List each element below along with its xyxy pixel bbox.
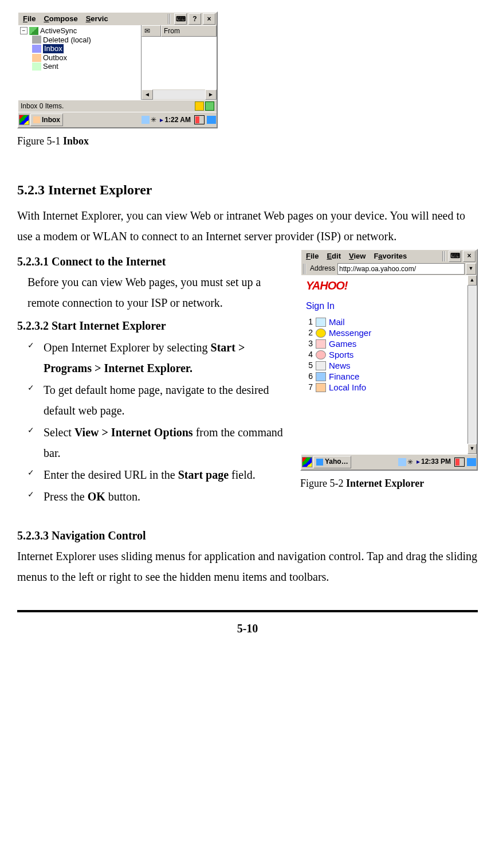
tree-root[interactable]: − ActiveSync [19, 26, 140, 36]
tray-conn-icon[interactable] [142, 116, 150, 124]
keyboard-icon[interactable]: ⌨ [174, 13, 187, 25]
scroll-track[interactable] [153, 90, 205, 99]
ie-keyboard-icon[interactable]: ⌨ [449, 251, 461, 262]
yahoo-logo: YAHOO! [306, 279, 472, 292]
footer-rule [17, 610, 478, 612]
taskbar-app-button[interactable]: Inbox [30, 114, 63, 126]
bullet-list: Open Internet Explorer by selecting Star… [17, 337, 286, 507]
section-heading: 5.2.3 Internet Explorer [17, 178, 478, 202]
tree-label-selected: Inbox [43, 44, 64, 53]
ie-menu-edit[interactable]: Edit [323, 251, 344, 262]
scroll-down-icon[interactable]: ▼ [467, 444, 477, 454]
status-text: Inbox 0 Items. [21, 102, 194, 110]
figure-2-caption: Figure 5-2 Internet Explorer [300, 474, 478, 492]
games-icon [316, 339, 326, 349]
taskbar-clock: 1:22 AM [164, 116, 191, 124]
scroll-left-icon[interactable]: ◄ [142, 89, 153, 100]
yahoo-link-item[interactable]: 3Games [306, 339, 472, 349]
ie-tray-battery-icon[interactable] [454, 458, 465, 467]
finance-icon [316, 372, 326, 381]
help-button[interactable]: ? [188, 13, 201, 25]
ie-tray-person-icon[interactable]: ✳ [407, 458, 415, 466]
ie-menu-favorites[interactable]: Favorites [370, 251, 410, 262]
status-icon-lock [195, 101, 204, 111]
status-icon-sync [205, 101, 214, 111]
ie-taskbar-clock: 12:33 PM [421, 458, 451, 466]
ie-menu-file[interactable]: File [302, 251, 322, 262]
menu-file[interactable]: File [19, 13, 39, 25]
ie-tray-desktop-icon[interactable] [467, 458, 476, 466]
sign-in-link[interactable]: Sign In [306, 300, 472, 311]
tree-label: Deleted (local) [43, 36, 91, 45]
tree-item-outbox[interactable]: Outbox [19, 53, 140, 62]
browser-viewport[interactable]: YAHOO! Sign In 1Mail 2Messenger 3Games 4… [301, 275, 477, 454]
subsection-3-title: 5.2.3.3 Navigation Control [17, 525, 478, 546]
tree-label: Sent [43, 62, 58, 71]
addr-grip[interactable] [303, 264, 307, 274]
address-label: Address [309, 264, 336, 272]
yahoo-link-item[interactable]: 4Sports [306, 350, 472, 360]
scroll-up-icon[interactable]: ▲ [467, 275, 477, 286]
close-button[interactable]: × [203, 13, 215, 25]
menu-grip[interactable] [168, 14, 171, 24]
menu-services[interactable]: Servic [82, 13, 112, 25]
subsection-1-body: Before you can view Web pages, you must … [17, 272, 286, 313]
ie-window: File Edit View Favorites ⌨ × Address ▼ Y [300, 249, 478, 471]
list-item: Select View > Internet Options from the … [28, 422, 286, 463]
vscroll-track[interactable] [467, 286, 477, 444]
inbox-menubar: File Compose Servic ⌨ ? × [18, 13, 217, 25]
yahoo-link-item[interactable]: 5News [306, 361, 472, 371]
list-item: Open Internet Explorer by selecting Star… [28, 337, 286, 378]
tree-label: Outbox [43, 53, 67, 62]
ie-menubar: File Edit View Favorites ⌨ × [301, 250, 477, 263]
tree-item-sent[interactable]: Sent [19, 62, 140, 71]
hscrollbar[interactable]: ◄ ► [142, 89, 217, 100]
ie-taskbar: Yaho… ✳ ▸ 12:33 PM [301, 454, 477, 470]
tree-item-deleted[interactable]: Deleted (local) [19, 36, 140, 45]
ie-task-icon [316, 459, 323, 466]
yahoo-link-item[interactable]: 2Messenger [306, 328, 472, 338]
ie-tray-conn-icon[interactable] [398, 458, 406, 466]
status-bar: Inbox 0 Items. [18, 100, 217, 112]
ie-taskbar-label: Yaho… [325, 458, 348, 466]
tray-battery-icon[interactable] [194, 115, 205, 124]
yahoo-link-item[interactable]: 6Finance [306, 372, 472, 382]
inbox-task-icon [33, 116, 40, 123]
ie-menu-view[interactable]: View [345, 251, 369, 262]
from-column[interactable]: From [161, 25, 217, 37]
inbox-folder-icon [32, 45, 41, 53]
ie-close-button[interactable]: × [463, 251, 476, 262]
folder-tree[interactable]: − ActiveSync Deleted (local) Inbox Outbo… [18, 25, 142, 100]
address-bar: Address ▼ [301, 263, 477, 275]
tray-desktop-icon[interactable] [207, 116, 216, 124]
list-header: ✉ From [142, 25, 217, 37]
scroll-right-icon[interactable]: ► [205, 89, 217, 100]
trash-icon [32, 36, 41, 44]
sent-folder-icon [32, 62, 41, 71]
yahoo-link-item[interactable]: 1Mail [306, 317, 472, 327]
list-item: Enter the desired URL in the Start page … [28, 464, 286, 485]
mail-icon [316, 318, 326, 327]
tray-person-icon[interactable]: ✳ [151, 116, 159, 124]
address-input[interactable] [337, 263, 465, 275]
ie-menu-grip[interactable] [442, 251, 446, 261]
ie-taskbar-app-button[interactable]: Yaho… [313, 456, 351, 468]
collapse-icon[interactable]: − [20, 27, 28, 34]
news-icon [316, 361, 326, 370]
menu-compose[interactable]: Compose [40, 13, 81, 25]
start-button[interactable] [19, 115, 29, 125]
local-info-icon [316, 383, 326, 392]
messenger-icon [316, 329, 326, 338]
yahoo-link-list: 1Mail 2Messenger 3Games 4Sports 5News 6F… [306, 317, 472, 393]
figure-1-caption: Figure 5-1 Inbox [17, 132, 478, 150]
attachment-col-icon[interactable]: ✉ [142, 25, 161, 37]
tree-item-inbox[interactable]: Inbox [19, 44, 140, 53]
message-list[interactable] [142, 37, 217, 89]
address-dropdown-icon[interactable]: ▼ [466, 263, 476, 275]
taskbar: Inbox ✳ ▸ 1:22 AM [18, 112, 217, 127]
vscrollbar[interactable]: ▲ ▼ [467, 275, 477, 454]
taskbar-label: Inbox [42, 116, 60, 124]
ie-start-button[interactable] [302, 457, 312, 467]
yahoo-link-item[interactable]: 7Local Info [306, 382, 472, 393]
list-item: To get default home page, navigate to th… [28, 380, 286, 421]
